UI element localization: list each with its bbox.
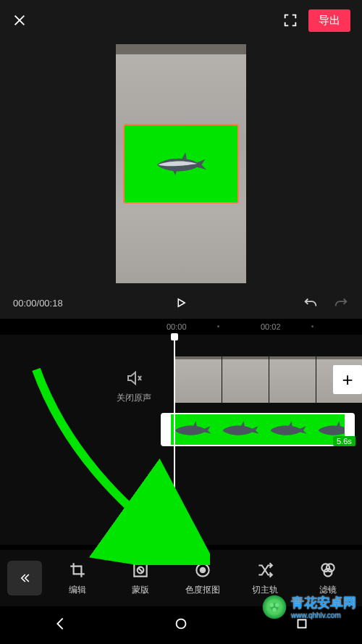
chroma-icon <box>193 561 212 580</box>
watermark: 青花安卓网 www.qhhlv.com <box>262 594 356 619</box>
close-icon[interactable] <box>12 12 28 28</box>
svg-point-12 <box>275 603 279 607</box>
tick-dot <box>311 325 313 327</box>
chevron-double-left-icon <box>17 571 32 585</box>
top-bar: 导出 <box>0 0 362 41</box>
mute-audio-button[interactable]: 关闭原声 <box>109 369 159 404</box>
tool-label: 编辑 <box>69 584 86 596</box>
mute-label: 关闭原声 <box>109 392 159 404</box>
tick-label: 00:00 <box>167 322 187 331</box>
green-screen-overlay[interactable] <box>123 124 239 204</box>
mask-icon <box>131 561 150 580</box>
video-preview[interactable] <box>0 41 362 287</box>
time-display: 00:00/00:18 <box>13 298 63 309</box>
tick-label: 00:02 <box>261 322 281 331</box>
svg-point-8 <box>177 619 186 629</box>
clip-thumbnail[interactable] <box>175 356 222 403</box>
overlay-track-clip[interactable] <box>161 413 355 446</box>
shark-graphic <box>219 419 262 440</box>
svg-point-11 <box>270 603 274 607</box>
svg-rect-9 <box>298 620 306 628</box>
crop-icon <box>68 561 87 580</box>
tool-filter[interactable]: 滤镜 <box>306 561 350 596</box>
shark-graphic <box>266 419 310 440</box>
svg-point-7 <box>324 568 332 576</box>
shark-graphic <box>152 150 210 177</box>
plus-icon: + <box>342 369 353 391</box>
watermark-title: 青花安卓网 <box>291 595 356 610</box>
tick-dot <box>217 325 219 327</box>
timeline[interactable]: 关闭原声 + 5.6s <box>0 335 362 545</box>
tool-swap-track[interactable]: 切主轨 <box>243 561 287 596</box>
tool-label: 蒙版 <box>132 584 149 596</box>
svg-line-2 <box>138 567 143 572</box>
shuffle-icon <box>256 561 274 580</box>
clip-thumbnail[interactable] <box>269 356 316 403</box>
timeline-ruler[interactable]: 00:00 00:02 <box>0 319 362 335</box>
tool-chroma-key[interactable]: 色度抠图 <box>181 561 224 596</box>
speaker-muted-icon <box>125 369 143 387</box>
shark-graphic <box>171 419 214 440</box>
nav-back-icon[interactable] <box>52 616 68 635</box>
svg-point-4 <box>201 567 206 572</box>
tool-mask[interactable]: 蒙版 <box>119 561 162 596</box>
tool-label: 色度抠图 <box>185 584 220 596</box>
clip-duration-badge: 5.6s <box>333 436 355 446</box>
tool-edit[interactable]: 编辑 <box>56 561 99 596</box>
watermark-logo-icon <box>262 595 287 619</box>
play-icon[interactable] <box>174 296 188 309</box>
export-button[interactable]: 导出 <box>308 9 350 32</box>
redo-icon[interactable] <box>333 295 349 311</box>
tool-back-button[interactable] <box>7 561 42 595</box>
playback-controls: 00:00/00:18 <box>0 287 362 319</box>
clip-thumbnail[interactable] <box>222 356 269 403</box>
add-clip-button[interactable]: + <box>333 365 362 394</box>
watermark-url: www.qhhlv.com <box>291 611 356 619</box>
playhead[interactable] <box>174 335 175 545</box>
filter-icon <box>319 561 337 580</box>
svg-point-13 <box>272 607 277 611</box>
nav-home-icon[interactable] <box>173 616 189 635</box>
undo-icon[interactable] <box>303 295 319 311</box>
video-frame <box>116 44 246 283</box>
fullscreen-icon[interactable] <box>282 12 298 28</box>
